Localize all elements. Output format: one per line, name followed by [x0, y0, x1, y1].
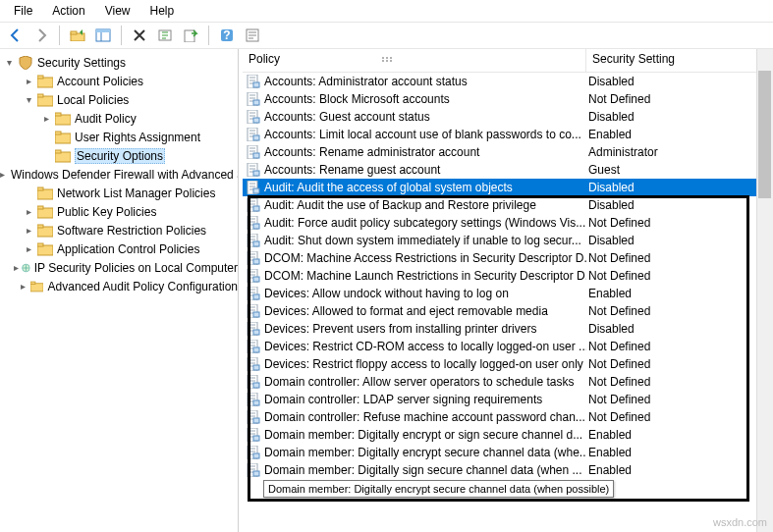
policy-setting: Enabled: [586, 444, 773, 461]
tree-item[interactable]: Network List Manager Policies: [0, 184, 238, 202]
policy-setting: Not Defined: [586, 214, 773, 232]
policy-row[interactable]: Accounts: Guest account statusDisabled: [243, 108, 773, 126]
policy-row[interactable]: Domain member: Digitally encrypt secure …: [243, 444, 773, 461]
menubar: FileActionViewHelp: [0, 0, 773, 22]
list-header: Policy Security Setting: [243, 49, 773, 73]
policy-icon: [247, 251, 260, 265]
policy-name: Accounts: Block Microsoft accounts: [264, 90, 450, 108]
help-button[interactable]: ?: [215, 24, 239, 47]
policy-setting: Enabled: [586, 285, 773, 302]
column-header-policy[interactable]: Policy: [243, 49, 586, 72]
policy-row[interactable]: Domain member: Digitally encrypt or sign…: [243, 426, 773, 444]
policy-setting: Guest: [586, 161, 773, 179]
policy-name: Audit: Shut down system immediately if u…: [264, 232, 581, 249]
policy-icon: [247, 287, 260, 300]
policy-icon: [247, 340, 260, 353]
policy-icon: [247, 163, 260, 177]
policy-row[interactable]: Accounts: Limit local account use of bla…: [243, 126, 773, 143]
tree-pane[interactable]: ▾Security Settings▸Account Policies▾Loca…: [0, 49, 239, 532]
policy-icon: [247, 393, 260, 406]
policy-row[interactable]: Domain controller: LDAP server signing r…: [243, 391, 773, 408]
policy-icon: [247, 446, 260, 459]
policy-name: Domain member: Digitally sign secure cha…: [264, 461, 581, 479]
tree-root[interactable]: ▾Security Settings: [0, 53, 238, 72]
policy-name: Domain controller: LDAP server signing r…: [264, 391, 542, 408]
policy-setting: Disabled: [586, 108, 773, 126]
policy-icon: [247, 145, 260, 159]
policy-setting: Not Defined: [586, 408, 773, 426]
policy-name: Domain controller: Refuse machine accoun…: [264, 408, 585, 426]
policy-row[interactable]: Accounts: Rename guest accountGuest: [243, 161, 773, 179]
policy-name: Devices: Prevent users from installing p…: [264, 320, 536, 338]
policy-icon: [247, 216, 260, 230]
menu-help[interactable]: Help: [142, 2, 183, 20]
tree-item[interactable]: ▸Windows Defender Firewall with Advanced…: [0, 165, 238, 184]
policy-row[interactable]: DCOM: Machine Launch Restrictions in Sec…: [243, 267, 773, 285]
show-hide-pane-button[interactable]: [91, 24, 115, 47]
policy-icon: [247, 75, 260, 88]
tree-item[interactable]: ▸IP Security Policies on Local Computer: [0, 258, 238, 277]
up-button[interactable]: [66, 24, 89, 47]
back-button[interactable]: [4, 24, 28, 47]
tree-item[interactable]: ▸Software Restriction Policies: [0, 221, 238, 239]
policy-row[interactable]: Audit: Force audit policy subcategory se…: [243, 214, 773, 232]
tree-item[interactable]: ▸Public Key Policies: [0, 202, 238, 221]
policy-setting: Enabled: [586, 126, 773, 143]
vertical-scrollbar[interactable]: [756, 49, 773, 532]
policy-row[interactable]: Accounts: Rename administrator accountAd…: [243, 143, 773, 161]
export-button[interactable]: [179, 24, 202, 47]
policy-row[interactable]: Devices: Restrict CD-ROM access to local…: [243, 338, 773, 355]
policy-icon: [247, 110, 260, 124]
policy-row[interactable]: Domain controller: Allow server operator…: [243, 373, 773, 391]
properties-button[interactable]: [241, 24, 264, 47]
policy-name: Devices: Restrict floppy access to local…: [264, 355, 583, 373]
policy-name: Domain controller: Allow server operator…: [264, 373, 574, 391]
tree-item[interactable]: ▸Advanced Audit Policy Configuration: [0, 277, 238, 295]
svg-rect-6: [185, 30, 194, 42]
policy-setting: Not Defined: [586, 302, 773, 320]
tree-item[interactable]: ▸Account Policies: [0, 72, 238, 90]
column-header-setting[interactable]: Security Setting: [586, 49, 773, 72]
tree-item[interactable]: ▸Application Control Policies: [0, 239, 238, 258]
menu-action[interactable]: Action: [44, 2, 92, 20]
policy-name: Audit: Audit the access of global system…: [264, 179, 513, 196]
list-pane: Policy Security Setting Accounts: Admini…: [243, 49, 773, 532]
svg-rect-3: [96, 29, 110, 32]
tree-item[interactable]: User Rights Assignment: [0, 128, 238, 146]
toolbar: ?: [0, 22, 773, 49]
tree-item[interactable]: ▾Local Policies: [0, 90, 238, 109]
menu-file[interactable]: File: [6, 2, 40, 20]
policy-setting: Not Defined: [586, 355, 773, 373]
policy-row[interactable]: Domain controller: Refuse machine accoun…: [243, 408, 773, 426]
policy-icon: [247, 322, 260, 336]
delete-button[interactable]: [128, 24, 151, 47]
policy-row[interactable]: Audit: Audit the use of Backup and Resto…: [243, 196, 773, 214]
policy-setting: Disabled: [586, 232, 773, 249]
policy-row[interactable]: Audit: Audit the access of global system…: [243, 179, 773, 196]
policy-row[interactable]: Devices: Restrict floppy access to local…: [243, 355, 773, 373]
refresh-button[interactable]: [153, 24, 177, 47]
policy-icon: [247, 181, 260, 194]
policy-name: Audit: Force audit policy subcategory se…: [264, 214, 585, 232]
policy-icon: [247, 463, 260, 477]
policy-row[interactable]: Audit: Shut down system immediately if u…: [243, 232, 773, 249]
policy-row[interactable]: Devices: Allowed to format and eject rem…: [243, 302, 773, 320]
policy-row[interactable]: Devices: Allow undock without having to …: [243, 285, 773, 302]
menu-view[interactable]: View: [97, 2, 138, 20]
policy-name: Accounts: Administrator account status: [264, 73, 468, 90]
forward-button[interactable]: [29, 24, 53, 47]
policy-icon: [247, 198, 260, 212]
policy-name: Accounts: Guest account status: [264, 108, 430, 126]
policy-row[interactable]: Accounts: Block Microsoft accountsNot De…: [243, 90, 773, 108]
tree-item[interactable]: ▸Audit Policy: [0, 109, 238, 128]
policy-setting: Disabled: [586, 179, 773, 196]
policy-row[interactable]: DCOM: Machine Access Restrictions in Sec…: [243, 249, 773, 267]
policy-setting: Enabled: [586, 461, 773, 479]
policy-setting: Not Defined: [586, 338, 773, 355]
policy-name: DCOM: Machine Launch Restrictions in Sec…: [264, 267, 586, 285]
scroll-thumb[interactable]: [758, 71, 771, 198]
policy-row[interactable]: Devices: Prevent users from installing p…: [243, 320, 773, 338]
policy-row[interactable]: Accounts: Administrator account statusDi…: [243, 73, 773, 90]
policy-row[interactable]: Domain member: Digitally sign secure cha…: [243, 461, 773, 479]
tree-item[interactable]: Security Options: [0, 146, 238, 165]
